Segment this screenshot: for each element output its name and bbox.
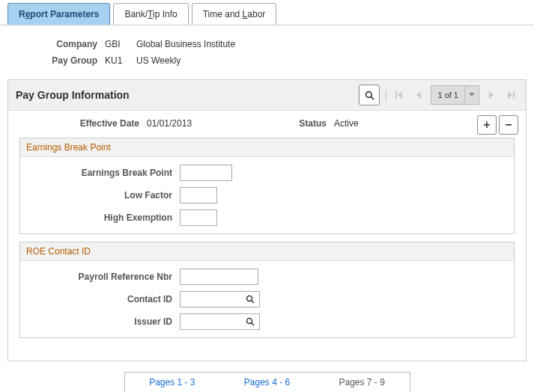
high-exemption-input[interactable] xyxy=(180,209,217,226)
remove-row-button[interactable]: − xyxy=(499,115,518,135)
chevron-down-icon xyxy=(469,93,475,97)
pages-7-9-current: Pages 7 - 9 xyxy=(315,373,410,392)
earnings-section: Earnings Break Point Earnings Break Poin… xyxy=(19,138,515,234)
nav-next-icon xyxy=(488,91,494,99)
tab-bar: Report Parameters Bank/Tip Info Time and… xyxy=(0,0,534,25)
svg-marker-3 xyxy=(398,91,402,99)
svg-marker-6 xyxy=(489,91,494,99)
low-factor-label: Low Factor xyxy=(26,190,172,200)
nav-prev-button[interactable] xyxy=(411,85,426,105)
earnings-bp-label: Earnings Break Point xyxy=(26,168,172,178)
pages-1-3-link[interactable]: Pages 1 - 3 xyxy=(125,373,220,392)
tab-bank-tip-info[interactable]: Bank/Tip Info xyxy=(113,3,188,25)
nav-last-button[interactable] xyxy=(503,85,518,105)
svg-marker-4 xyxy=(416,91,421,99)
roe-section: ROE Contact ID Payroll Reference Nbr Con… xyxy=(19,242,515,338)
svg-line-1 xyxy=(371,97,374,99)
plus-icon: + xyxy=(483,118,490,132)
pagination-box: Pages 1 - 3 Pages 4 - 6 Pages 7 - 9 xyxy=(124,372,410,392)
company-code: GBI xyxy=(105,39,127,49)
company-name: Global Business Institute xyxy=(136,39,235,49)
divider: | xyxy=(384,88,387,102)
contact-id-label: Contact ID xyxy=(26,294,172,304)
svg-rect-8 xyxy=(513,91,515,99)
page-indicator: 1 of 1 xyxy=(431,85,479,105)
nav-last-icon xyxy=(507,91,515,99)
contact-id-lookup-button[interactable] xyxy=(241,295,259,304)
tab-time-and-labor[interactable]: Time and Labor xyxy=(192,3,277,25)
paygroup-label: Pay Group xyxy=(37,55,97,66)
status-label: Status xyxy=(282,118,327,129)
nav-first-button[interactable] xyxy=(392,85,407,105)
paygroup-name: US Weekly xyxy=(136,55,180,66)
svg-marker-7 xyxy=(508,91,512,99)
issuer-id-lookup-button[interactable] xyxy=(241,317,259,326)
payroll-ref-input[interactable] xyxy=(180,269,258,285)
minus-icon: − xyxy=(505,118,512,132)
company-label: Company xyxy=(37,39,97,49)
header-info: Company GBI Global Business Institute Pa… xyxy=(0,25,534,79)
issuer-id-label: Issuer ID xyxy=(26,316,172,327)
earnings-bp-input[interactable] xyxy=(180,165,232,181)
low-factor-input[interactable] xyxy=(180,187,217,203)
panel-search-button[interactable] xyxy=(359,85,380,105)
pages-4-6-link[interactable]: Pages 4 - 6 xyxy=(219,373,315,392)
contact-id-input[interactable] xyxy=(180,294,241,304)
svg-line-12 xyxy=(252,323,255,326)
page-dropdown-button[interactable] xyxy=(464,86,479,104)
svg-point-0 xyxy=(365,91,371,97)
add-row-button[interactable]: + xyxy=(477,115,497,135)
paygroup-code: KU1 xyxy=(105,55,127,66)
svg-rect-2 xyxy=(395,91,397,99)
nav-next-button[interactable] xyxy=(484,85,499,105)
page-indicator-text: 1 of 1 xyxy=(431,91,464,99)
high-exemption-label: High Exemption xyxy=(26,212,172,223)
effective-date-value: 01/01/2013 xyxy=(147,118,282,129)
paygroup-panel: Pay Group Information | 1 of 1 xyxy=(7,79,527,361)
panel-title: Pay Group Information xyxy=(16,89,130,101)
svg-point-11 xyxy=(247,319,252,324)
svg-point-9 xyxy=(247,296,252,301)
roe-section-title: ROE Contact ID xyxy=(20,242,514,261)
nav-prev-icon xyxy=(416,91,422,99)
nav-first-icon xyxy=(395,91,403,99)
search-icon xyxy=(246,317,255,326)
search-icon xyxy=(365,91,374,100)
effective-date-label: Effective Date xyxy=(19,118,139,129)
search-icon xyxy=(246,295,255,304)
payroll-ref-label: Payroll Reference Nbr xyxy=(26,272,172,282)
earnings-section-title: Earnings Break Point xyxy=(20,138,514,157)
svg-line-10 xyxy=(252,301,255,304)
issuer-id-input[interactable] xyxy=(180,316,241,327)
tab-report-parameters[interactable]: Report Parameters xyxy=(7,3,110,25)
svg-marker-5 xyxy=(469,93,475,97)
status-value: Active xyxy=(334,118,359,129)
